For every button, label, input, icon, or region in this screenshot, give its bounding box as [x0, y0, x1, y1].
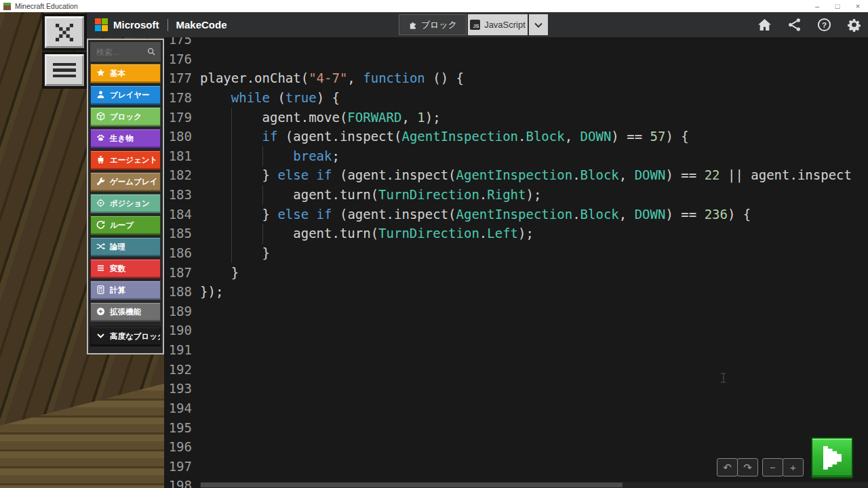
- category-calculator[interactable]: 計算: [90, 281, 161, 300]
- code-line[interactable]: 190: [164, 321, 868, 340]
- zoom-out-button[interactable]: −: [762, 458, 783, 476]
- code-text: break;: [200, 148, 340, 163]
- code-line[interactable]: 182 } else if (agent.inspect(AgentInspec…: [164, 165, 868, 185]
- close-code-editor-button[interactable]: [42, 14, 87, 51]
- category-star[interactable]: 基本: [90, 64, 161, 83]
- line-number: 195: [164, 418, 192, 438]
- undo-icon: ↶: [723, 462, 732, 474]
- minecraft-app-icon: [3, 3, 11, 10]
- category-cube[interactable]: ブロック: [90, 107, 161, 127]
- code-text: }: [200, 245, 270, 260]
- code-line[interactable]: 195: [164, 418, 868, 438]
- category-person[interactable]: プレイヤー: [90, 85, 161, 105]
- pixel-x-icon: [45, 16, 84, 48]
- zoom-out-icon: −: [770, 462, 776, 473]
- code-line[interactable]: 194: [164, 399, 868, 418]
- javascript-toggle-label: JavaScript: [484, 20, 526, 30]
- category-chevron-down[interactable]: 高度なブロック: [90, 327, 161, 346]
- help-icon[interactable]: ?: [817, 18, 831, 32]
- category-paw[interactable]: 生き物: [90, 129, 161, 148]
- wrench-icon: [96, 177, 105, 187]
- code-text: while (true) {: [200, 90, 340, 105]
- code-line[interactable]: 196: [164, 437, 868, 457]
- line-number: 196: [164, 437, 192, 457]
- line-number: 184: [164, 205, 192, 224]
- javascript-toggle-button[interactable]: JS JavaScript: [468, 14, 528, 35]
- line-number: 190: [164, 321, 192, 340]
- code-text: }: [200, 265, 239, 280]
- line-number: 180: [164, 127, 192, 146]
- redo-button[interactable]: ↷: [737, 458, 758, 476]
- brand-divider: [167, 19, 168, 31]
- category-shuffle[interactable]: 論理: [90, 237, 161, 257]
- person-icon: [96, 90, 105, 100]
- code-text: } else if (agent.inspect(AgentInspection…: [200, 167, 852, 182]
- code-line[interactable]: 186 }: [164, 243, 868, 263]
- language-dropdown-button[interactable]: [529, 14, 548, 35]
- code-text: agent.turn(TurnDirection.Right);: [200, 187, 541, 202]
- code-text: } else if (agent.inspect(AgentInspection…: [200, 207, 751, 222]
- code-line[interactable]: 175: [164, 37, 868, 49]
- zoom-in-button[interactable]: +: [783, 458, 804, 476]
- code-pane: 175176177player.onChat("4-7", function (…: [164, 37, 868, 488]
- code-text: if (agent.inspect(AgentInspection.Block,…: [200, 129, 689, 144]
- code-line[interactable]: 192: [164, 360, 868, 380]
- app-screen: Minecraft Education – □ ×: [0, 0, 868, 488]
- code-line[interactable]: 181 break;: [164, 146, 868, 166]
- bars-icon: [96, 264, 105, 274]
- category-bars[interactable]: 変数: [90, 259, 161, 279]
- makecode-header: Microsoft MakeCode ブロック JS JavaScript ?: [87, 12, 868, 37]
- line-number: 193: [164, 379, 192, 399]
- home-icon[interactable]: [757, 18, 772, 32]
- game-buttons: [42, 14, 87, 89]
- code-line[interactable]: 183 agent.turn(TurnDirection.Right);: [164, 185, 868, 205]
- mouse-ibeam-cursor: [720, 373, 726, 383]
- zoom-in-icon: +: [790, 462, 796, 473]
- target-icon: [96, 199, 105, 209]
- code-line[interactable]: 178 while (true) {: [164, 88, 868, 108]
- line-number: 185: [164, 224, 192, 243]
- horizontal-scrollbar-thumb[interactable]: [201, 483, 623, 487]
- code-line[interactable]: 191: [164, 340, 868, 360]
- game-menu-button[interactable]: [42, 52, 87, 89]
- code-line[interactable]: 188});: [164, 282, 868, 302]
- code-line[interactable]: 193: [164, 379, 868, 399]
- indent-guide: [231, 108, 232, 263]
- window-controls: – □ ×: [807, 0, 868, 12]
- blocks-toggle-button[interactable]: ブロック: [399, 14, 467, 35]
- maximize-button[interactable]: □: [827, 0, 848, 12]
- share-icon[interactable]: [787, 18, 802, 32]
- chevron-down-icon: [534, 21, 543, 29]
- run-code-button[interactable]: [811, 437, 853, 479]
- line-number: 191: [164, 340, 192, 360]
- code-line[interactable]: 189: [164, 302, 868, 321]
- line-number: 197: [164, 457, 192, 476]
- svg-text:?: ?: [822, 21, 827, 29]
- code-editor[interactable]: 175176177player.onChat("4-7", function (…: [164, 37, 868, 488]
- menu-lines-icon: [45, 54, 84, 86]
- code-line[interactable]: 177player.onChat("4-7", function () {: [164, 68, 868, 88]
- line-number: 183: [164, 185, 192, 205]
- category-plus-circle[interactable]: 拡張機能: [90, 302, 161, 322]
- category-loop[interactable]: ループ: [90, 216, 161, 235]
- minimize-button[interactable]: –: [807, 0, 827, 12]
- category-target[interactable]: ポジション: [90, 194, 161, 214]
- line-number: 187: [164, 263, 192, 283]
- line-number: 188: [164, 282, 192, 302]
- code-line[interactable]: 176: [164, 49, 868, 69]
- category-wrench[interactable]: ゲームプレイ: [90, 172, 161, 192]
- header-icons: ?: [757, 12, 861, 37]
- settings-icon[interactable]: [847, 18, 861, 32]
- code-line[interactable]: 179 agent.move(FORWARD, 1);: [164, 108, 868, 127]
- makecode-label: MakeCode: [176, 19, 227, 30]
- category-robot[interactable]: エージェント: [90, 150, 161, 170]
- code-line[interactable]: 185 agent.turn(TurnDirection.Left);: [164, 224, 868, 243]
- code-line[interactable]: 184 } else if (agent.inspect(AgentInspec…: [164, 205, 868, 224]
- code-line[interactable]: 187 }: [164, 263, 868, 283]
- close-button[interactable]: ×: [848, 0, 868, 12]
- undo-button[interactable]: ↶: [717, 458, 738, 476]
- search-input[interactable]: [95, 47, 147, 58]
- code-line[interactable]: 180 if (agent.inspect(AgentInspection.Bl…: [164, 127, 868, 146]
- line-number: 179: [164, 108, 192, 127]
- shuffle-icon: [96, 242, 105, 252]
